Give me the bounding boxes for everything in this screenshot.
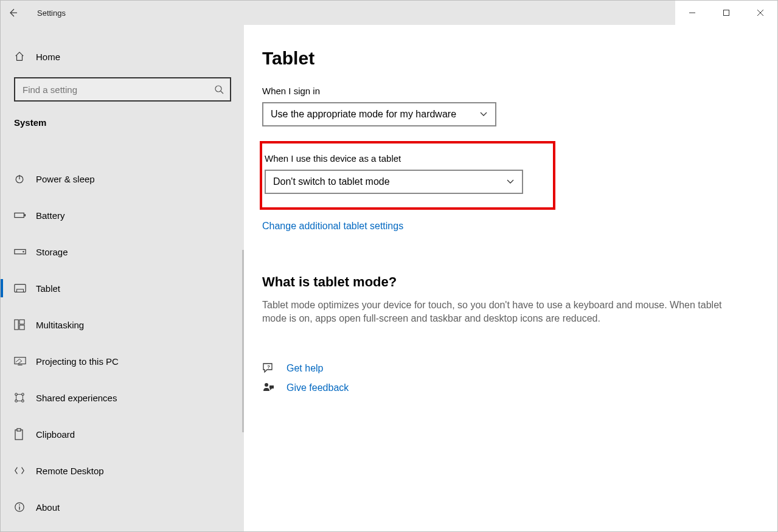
svg-rect-9 xyxy=(15,213,24,217)
signin-combo-value: Use the appropriate mode for my hardware xyxy=(271,109,456,120)
signin-label: When I sign in xyxy=(262,86,759,96)
svg-point-12 xyxy=(23,251,24,252)
svg-point-32 xyxy=(19,505,20,506)
sidebar-item-label: Clipboard xyxy=(36,429,75,440)
home-icon xyxy=(14,51,36,62)
sidebar-item-label: Tablet xyxy=(36,283,60,294)
sidebar-item-label: About xyxy=(36,502,60,513)
signin-combo[interactable]: Use the appropriate mode for my hardware xyxy=(262,102,496,126)
window-buttons xyxy=(675,1,777,25)
sidebar-item-label: Projecting to this PC xyxy=(36,356,119,367)
tablet-icon xyxy=(14,283,36,293)
what-is-body: Tablet mode optimizes your device for to… xyxy=(262,299,743,326)
change-additional-link[interactable]: Change additional tablet settings xyxy=(262,221,759,232)
sidebar-item-shared-experiences[interactable]: Shared experiences xyxy=(1,379,244,416)
svg-rect-2 xyxy=(724,10,729,16)
svg-point-22 xyxy=(15,400,18,402)
power-icon xyxy=(14,173,36,184)
give-feedback-link[interactable]: Give feedback xyxy=(287,382,349,393)
svg-rect-10 xyxy=(24,214,26,216)
window-title: Settings xyxy=(25,1,66,25)
sidebar-item-projecting[interactable]: Projecting to this PC xyxy=(1,343,244,379)
sidebar-item-about[interactable]: About xyxy=(1,489,244,525)
sidebar-item-multitasking[interactable]: Multitasking xyxy=(1,306,244,343)
svg-point-23 xyxy=(22,400,24,402)
svg-rect-15 xyxy=(15,320,18,330)
multitasking-icon xyxy=(14,319,36,330)
sidebar-item-label: Multitasking xyxy=(36,320,84,330)
highlight-box: When I use this device as a tablet Don't… xyxy=(260,141,555,210)
svg-line-6 xyxy=(221,91,223,94)
battery-icon xyxy=(14,211,36,219)
search-icon xyxy=(214,85,224,94)
minimize-icon xyxy=(689,9,696,16)
titlebar: Settings xyxy=(1,1,777,25)
maximize-icon xyxy=(723,9,730,16)
svg-rect-35 xyxy=(269,385,274,389)
remote-desktop-icon xyxy=(14,465,36,476)
sidebar-item-battery[interactable]: Battery xyxy=(1,197,244,233)
back-arrow-icon xyxy=(8,8,18,18)
settings-window: Settings Home xyxy=(0,0,778,532)
chevron-down-icon xyxy=(506,179,515,185)
tablet-use-combo[interactable]: Don't switch to tablet mode xyxy=(265,170,523,194)
search-input-box[interactable] xyxy=(14,77,231,102)
svg-rect-16 xyxy=(19,320,24,324)
page-title: Tablet xyxy=(262,48,759,69)
what-is-heading: What is tablet mode? xyxy=(262,274,759,290)
sidebar-home-label: Home xyxy=(36,52,60,62)
svg-rect-17 xyxy=(19,325,24,330)
svg-point-5 xyxy=(215,86,221,92)
sidebar-item-tablet[interactable]: Tablet xyxy=(1,270,244,306)
shared-icon xyxy=(14,392,36,403)
close-icon xyxy=(757,9,764,16)
search-input[interactable] xyxy=(21,84,214,95)
maximize-button[interactable] xyxy=(709,1,743,25)
content-area: Tablet When I sign in Use the appropriat… xyxy=(244,25,777,531)
about-icon xyxy=(14,502,36,513)
chevron-down-icon xyxy=(479,111,488,117)
sidebar-scrollbar[interactable] xyxy=(242,250,244,432)
tablet-use-combo-value: Don't switch to tablet mode xyxy=(273,176,390,187)
sidebar-item-label: Storage xyxy=(36,247,68,257)
svg-text:?: ? xyxy=(267,364,270,370)
get-help-row[interactable]: ? Get help xyxy=(262,362,759,375)
back-button[interactable] xyxy=(1,1,25,25)
sidebar-item-label: Remote Desktop xyxy=(36,466,104,476)
sidebar-item-storage[interactable]: Storage xyxy=(1,233,244,270)
get-help-link[interactable]: Get help xyxy=(287,363,323,374)
search-wrap xyxy=(1,71,244,106)
feedback-icon xyxy=(262,382,287,394)
svg-point-21 xyxy=(22,393,24,396)
svg-rect-29 xyxy=(17,429,21,431)
storage-icon xyxy=(14,247,36,256)
sidebar: Home System Power & sleep xyxy=(1,25,244,531)
svg-point-34 xyxy=(265,383,268,387)
projecting-icon xyxy=(14,356,36,366)
sidebar-item-label: Battery xyxy=(36,210,65,221)
minimize-button[interactable] xyxy=(675,1,709,25)
sidebar-item-clipboard[interactable]: Clipboard xyxy=(1,416,244,452)
sidebar-item-label: Shared experiences xyxy=(36,393,117,403)
sidebar-home[interactable]: Home xyxy=(1,42,244,71)
sidebar-category: System xyxy=(1,106,244,136)
give-feedback-row[interactable]: Give feedback xyxy=(262,382,759,394)
svg-rect-14 xyxy=(17,289,24,292)
tablet-use-label: When I use this device as a tablet xyxy=(265,153,540,164)
close-button[interactable] xyxy=(743,1,777,25)
body: Home System Power & sleep xyxy=(1,25,777,531)
clipboard-icon xyxy=(14,428,36,440)
get-help-icon: ? xyxy=(262,362,287,375)
svg-rect-18 xyxy=(15,358,26,364)
sidebar-item-label: Power & sleep xyxy=(36,174,95,184)
sidebar-item-power-sleep[interactable]: Power & sleep xyxy=(1,161,244,197)
svg-point-20 xyxy=(15,393,18,396)
sidebar-item-remote-desktop[interactable]: Remote Desktop xyxy=(1,452,244,489)
